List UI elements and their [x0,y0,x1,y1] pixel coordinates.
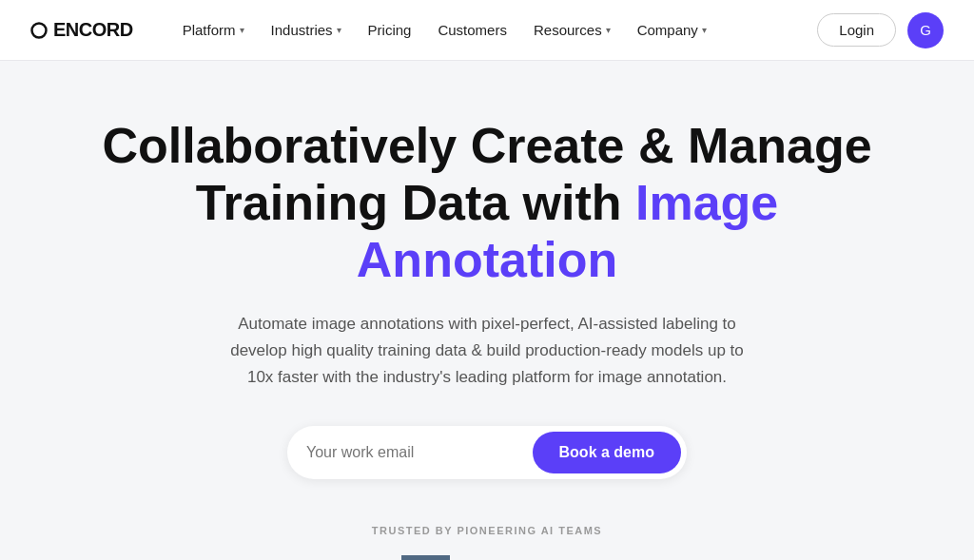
get-started-button[interactable]: G [907,12,944,48]
logo-royal-navy: BIG ROYAL NAVY [401,555,449,560]
cta-row: Book a demo [287,426,687,479]
nav-company[interactable]: Company ▾ [626,14,718,46]
nav-customers[interactable]: Customers [426,14,518,46]
nav-pricing[interactable]: Pricing [357,14,423,46]
chevron-down-icon: ▾ [337,25,341,35]
logo[interactable]: ENCORD [30,19,133,41]
nav-actions: Login G [817,12,944,48]
demo-button[interactable]: Book a demo [533,432,681,473]
logos-row: RAPIDAI 🌿 Tractable S̶ StanfordMedicine … [116,555,859,560]
hero-section: Collaboratively Create & Manage Training… [0,61,974,560]
chevron-down-icon: ▾ [702,25,707,35]
login-button[interactable]: Login [817,13,896,47]
logo-text: ENCORD [53,19,133,41]
hero-title: Collaboratively Create & Manage Training… [97,118,877,288]
navbar: ENCORD Platform ▾ Industries ▾ Pricing C… [0,0,974,61]
svg-point-0 [32,23,47,37]
nav-links: Platform ▾ Industries ▾ Pricing Customer… [171,14,818,46]
trusted-label: TRUSTED BY PIONEERING AI TEAMS [372,525,602,536]
trusted-section: TRUSTED BY PIONEERING AI TEAMS RAPIDAI 🌿… [116,525,859,560]
chevron-down-icon: ▾ [606,25,611,35]
hero-subtitle: Automate image annotations with pixel-pe… [221,311,753,391]
nav-platform[interactable]: Platform ▾ [171,14,256,46]
nav-resources[interactable]: Resources ▾ [522,14,622,46]
email-input[interactable] [306,436,533,469]
chevron-down-icon: ▾ [240,25,244,35]
nav-industries[interactable]: Industries ▾ [260,14,353,46]
